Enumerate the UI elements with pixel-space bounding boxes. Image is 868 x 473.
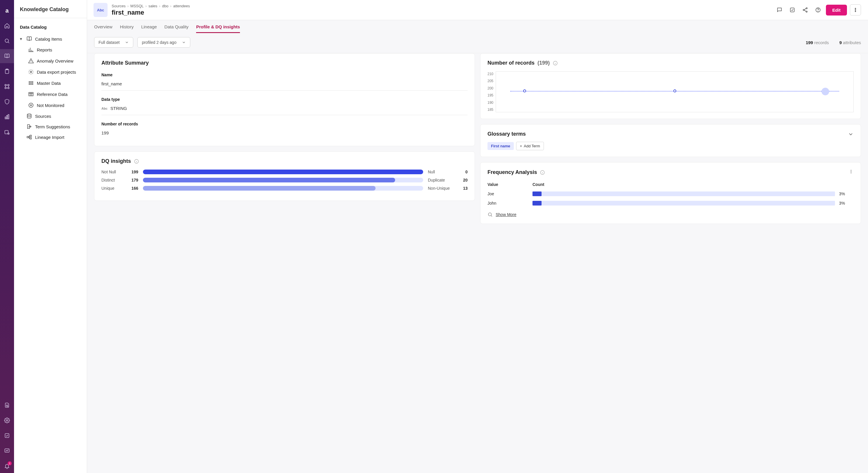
sidebar-item[interactable]: Reference Data: [25, 89, 84, 100]
svg-point-33: [855, 11, 856, 12]
rail-settings[interactable]: [0, 413, 14, 427]
breadcrumb-item[interactable]: Sources: [112, 4, 126, 8]
freq-pct: 3%: [839, 191, 854, 196]
tree-label: Catalog Items: [35, 36, 62, 41]
frequency-row: Joe3%: [488, 191, 854, 196]
comment-icon[interactable]: [774, 5, 784, 15]
rail-doc-search[interactable]: [0, 398, 14, 412]
sidebar-item[interactable]: Data export projects: [25, 66, 84, 78]
info-icon: [134, 159, 139, 164]
rail-search[interactable]: [0, 34, 14, 48]
dq-bar: [143, 178, 423, 182]
attribute-summary-title: Attribute Summary: [101, 60, 468, 66]
checkbox-icon[interactable]: [787, 5, 797, 15]
svg-point-37: [851, 170, 851, 171]
svg-point-39: [851, 173, 851, 173]
svg-rect-17: [29, 82, 33, 83]
more-menu-icon[interactable]: [850, 4, 861, 16]
rail-explore[interactable]: [0, 125, 14, 139]
svg-rect-18: [29, 84, 33, 85]
chevron-down-icon: ▾: [20, 36, 23, 41]
breadcrumb-item[interactable]: MSSQL: [130, 4, 144, 8]
dataset-select-value: Full dataset: [98, 40, 120, 45]
topbar: Abc Sources›MSSQL›sales›dbo›attendees fi…: [87, 0, 868, 20]
records-chart-count: (199): [537, 60, 550, 66]
attributes-stat: 9attributes: [839, 40, 861, 45]
svg-rect-9: [8, 115, 9, 119]
rail-home[interactable]: [0, 19, 14, 33]
rail-notifications[interactable]: 1: [0, 459, 14, 473]
book-icon: [26, 36, 32, 42]
rail-shield[interactable]: [0, 95, 14, 109]
sidebar-item[interactable]: Anomaly Overview: [25, 55, 84, 66]
attr-records-value: 199: [101, 130, 468, 140]
page-title: first_name: [112, 9, 770, 17]
edit-button[interactable]: Edit: [826, 5, 847, 16]
tab[interactable]: Lineage: [141, 24, 157, 33]
add-term-label: Add Term: [524, 144, 540, 148]
sidebar-item-label: Data export projects: [37, 69, 76, 75]
sidebar-item[interactable]: Lineage Import: [17, 132, 84, 142]
rail-tasks[interactable]: [0, 428, 14, 443]
add-term-button[interactable]: +Add Term: [516, 142, 544, 150]
help-icon[interactable]: [813, 5, 823, 15]
frequency-menu-icon[interactable]: [848, 169, 854, 176]
dq-right-label: Non-Unique: [428, 186, 454, 190]
glossary-tag[interactable]: First name: [488, 142, 514, 150]
breadcrumb-item[interactable]: sales: [149, 4, 157, 8]
show-more-link[interactable]: Show More: [488, 212, 854, 217]
chart-yaxis: 210205200195190185: [488, 71, 496, 112]
type-icon: Abc: [101, 107, 107, 110]
dq-row: Distinct179Duplicate20: [101, 178, 468, 182]
glossary-card: Glossary terms First name+Add Term: [480, 124, 861, 157]
svg-point-5: [5, 87, 6, 89]
sidebar-item[interactable]: Not Monitored: [25, 100, 84, 111]
ytick: 205: [488, 79, 493, 83]
rail-clipboard[interactable]: [0, 64, 14, 78]
tabs: OverviewHistoryLineageData QualityProfil…: [87, 20, 868, 33]
item-icon: [26, 134, 32, 140]
svg-point-30: [818, 11, 818, 11]
sidebar-item-label: Anomaly Overview: [37, 58, 73, 63]
sidebar-item[interactable]: Term Suggestions: [17, 121, 84, 132]
breadcrumb-item[interactable]: attendees: [173, 4, 190, 8]
share-icon[interactable]: [800, 5, 810, 15]
profiled-select[interactable]: profiled 2 days ago: [137, 37, 190, 48]
plus-icon: +: [520, 144, 522, 148]
sidebar-item-label: Lineage Import: [35, 135, 64, 140]
sidebar-item[interactable]: Reports: [25, 44, 84, 55]
sidebar-item[interactable]: Sources: [17, 111, 84, 121]
attr-records-label: Number of records: [101, 122, 468, 126]
dq-title: DQ insights: [101, 158, 131, 164]
freq-value: John: [488, 201, 528, 206]
rail-model[interactable]: [0, 80, 14, 93]
sidebar-item-label: Sources: [35, 114, 51, 119]
dataset-select[interactable]: Full dataset: [94, 37, 133, 48]
rail-monitor[interactable]: [0, 444, 14, 458]
rail-analytics[interactable]: [0, 110, 14, 124]
tab[interactable]: History: [120, 24, 134, 33]
svg-rect-24: [30, 138, 32, 139]
tab[interactable]: Profile & DQ insights: [196, 24, 240, 33]
item-icon: [28, 69, 34, 75]
tree-root-catalog-items[interactable]: ▾ Catalog Items: [17, 34, 84, 44]
dq-right-value: 0: [459, 170, 468, 174]
dq-right-value: 20: [459, 178, 468, 182]
tab[interactable]: Overview: [94, 24, 113, 33]
item-icon: [28, 91, 34, 97]
dq-bar: [143, 186, 423, 190]
rail-catalog[interactable]: [0, 49, 14, 63]
breadcrumb-item[interactable]: dbo: [162, 4, 168, 8]
attr-type-label: Data type: [101, 97, 468, 102]
svg-point-16: [30, 71, 32, 73]
breadcrumb-separator: ›: [170, 4, 171, 8]
dq-left-value: 199: [127, 170, 138, 174]
ytick: 195: [488, 93, 493, 97]
records-chart-title: Number of records: [488, 60, 534, 66]
svg-rect-8: [6, 116, 7, 119]
svg-point-0: [5, 39, 8, 42]
tab[interactable]: Data Quality: [164, 24, 189, 33]
sidebar-item[interactable]: Master Data: [25, 78, 84, 89]
chevron-down-icon[interactable]: [848, 131, 854, 137]
dq-bar: [143, 170, 423, 174]
